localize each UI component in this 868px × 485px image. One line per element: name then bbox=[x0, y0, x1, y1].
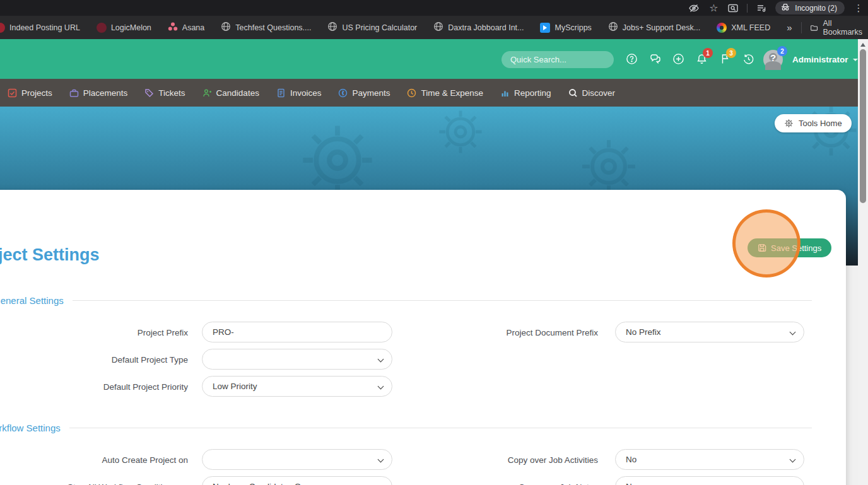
nav-item-tickets[interactable]: Tickets bbox=[144, 88, 185, 98]
history-icon[interactable] bbox=[742, 53, 754, 65]
module-nav: Projects Placements Tickets Candidates I… bbox=[0, 79, 858, 107]
label-auto-create-project-on: Auto Create Project on bbox=[25, 455, 188, 465]
quick-search-input[interactable] bbox=[501, 51, 614, 68]
default-project-priority-select[interactable]: Low Priority bbox=[202, 376, 392, 397]
bookmarks-divider bbox=[801, 22, 802, 33]
globe-favicon bbox=[433, 21, 443, 34]
label-stop-workflow-conditions: Stop All Workflow Conditions on bbox=[25, 482, 188, 485]
section-divider bbox=[73, 300, 812, 301]
project-document-prefix-select[interactable]: No Prefix bbox=[615, 322, 804, 342]
folder-icon bbox=[810, 23, 818, 33]
bookmark-techfest[interactable]: Techfest Questions.... bbox=[221, 21, 311, 34]
label-default-project-priority: Default Project Priority bbox=[25, 382, 188, 392]
search-icon bbox=[568, 88, 578, 98]
bookmarks-overflow-chevron[interactable]: » bbox=[787, 22, 792, 33]
toolbar-divider bbox=[747, 4, 748, 13]
add-icon[interactable] bbox=[672, 53, 684, 65]
rss-favicon bbox=[717, 23, 727, 33]
project-prefix-input[interactable] bbox=[202, 322, 392, 342]
copy-over-job-notes-select[interactable]: No bbox=[615, 476, 804, 485]
bookmark-star-icon[interactable]: ☆ bbox=[708, 3, 719, 14]
briefcase-icon bbox=[69, 88, 79, 98]
nav-item-placements[interactable]: Placements bbox=[69, 88, 128, 98]
tools-home-button[interactable]: Tools Home bbox=[775, 114, 852, 132]
nav-item-time-expense[interactable]: Time & Expense bbox=[407, 88, 483, 98]
notification-badge: 1 bbox=[703, 48, 713, 58]
auto-create-project-on-select[interactable] bbox=[202, 449, 392, 470]
chevron-down-icon bbox=[378, 356, 384, 363]
nav-item-discover[interactable]: Discover bbox=[568, 88, 616, 98]
chevron-down-icon bbox=[378, 457, 384, 463]
reading-list-icon[interactable] bbox=[756, 3, 767, 14]
default-project-type-select[interactable] bbox=[202, 349, 392, 370]
label-project-document-prefix: Project Document Prefix bbox=[435, 328, 598, 337]
globe-favicon bbox=[608, 21, 618, 34]
bookmark-jobs-support[interactable]: Jobs+ Support Desk... bbox=[608, 21, 700, 34]
avatar[interactable]: ? 2 bbox=[763, 50, 783, 69]
bookmark-indeed[interactable]: Indeed Posting URL bbox=[0, 23, 80, 33]
chevron-down-icon bbox=[790, 457, 796, 463]
indeed-favicon bbox=[0, 23, 5, 33]
label-copy-over-job-activities: Copy over Job Activities bbox=[435, 455, 598, 465]
bookmark-myscripps[interactable]: MyScripps bbox=[540, 23, 591, 33]
browser-menu-icon[interactable]: ⋮ bbox=[853, 3, 864, 14]
label-project-prefix: Project Prefix bbox=[25, 328, 188, 337]
clock-icon bbox=[407, 88, 416, 98]
nav-item-reporting[interactable]: Reporting bbox=[500, 88, 551, 98]
myscripps-favicon bbox=[540, 23, 550, 33]
page-title: Project Settings bbox=[0, 245, 100, 265]
bookmark-us-pricing[interactable]: US Pricing Calculator bbox=[327, 21, 417, 34]
incognito-badge[interactable]: Incognito (2) bbox=[775, 1, 845, 15]
nav-item-payments[interactable]: Payments bbox=[338, 88, 390, 98]
chat-icon[interactable] bbox=[649, 53, 661, 65]
gear-icon bbox=[784, 119, 794, 128]
chevron-down-icon bbox=[790, 329, 796, 336]
bookmark-daxtra[interactable]: Daxtra Jobboard Int... bbox=[433, 21, 524, 34]
scrollbar-up-arrow[interactable] bbox=[860, 43, 865, 47]
asana-favicon bbox=[168, 21, 178, 34]
chevron-down-icon bbox=[378, 383, 384, 390]
label-copy-over-job-notes: Copy over Job Notes bbox=[435, 482, 598, 485]
nav-item-projects[interactable]: Projects bbox=[8, 88, 52, 98]
globe-favicon bbox=[327, 21, 337, 34]
nav-item-invoices[interactable]: Invoices bbox=[276, 88, 322, 98]
coin-icon bbox=[338, 88, 348, 98]
user-name: Administrator bbox=[792, 55, 848, 64]
screen: ☆ Incognito (2) bbox=[0, 0, 868, 485]
save-icon bbox=[758, 243, 766, 252]
document-icon bbox=[276, 88, 286, 98]
bookmark-xml-feed[interactable]: XML FEED bbox=[717, 23, 770, 33]
section-workflow-settings: Workflow Settings bbox=[0, 423, 812, 433]
bookmark-logicmelon[interactable]: LogicMelon bbox=[97, 23, 151, 33]
nav-item-candidates[interactable]: Candidates bbox=[202, 88, 259, 98]
checkbox-icon bbox=[8, 88, 17, 98]
vertical-scrollbar[interactable] bbox=[858, 39, 868, 485]
save-settings-button[interactable]: Save Settings bbox=[748, 238, 831, 257]
scrollbar-thumb[interactable] bbox=[860, 49, 866, 203]
section-title: Workflow Settings bbox=[0, 423, 61, 433]
bookmark-asana[interactable]: Asana bbox=[168, 21, 204, 34]
notifications-bell-icon[interactable]: 1 bbox=[696, 53, 708, 65]
bookmarks-bar: Indeed Posting URL LogicMelon Asana Tech… bbox=[0, 16, 868, 39]
section-divider bbox=[69, 428, 812, 428]
help-icon[interactable] bbox=[626, 53, 638, 65]
avatar-badge: 2 bbox=[777, 46, 787, 56]
browser-titlebar: ☆ Incognito (2) bbox=[0, 0, 868, 16]
stop-workflow-conditions-select[interactable]: No, keep Candidates Open bbox=[202, 476, 392, 485]
bar-chart-icon bbox=[500, 88, 510, 98]
tools-home-label: Tools Home bbox=[799, 119, 842, 128]
all-bookmarks-button[interactable]: All Bookmarks bbox=[810, 19, 864, 37]
label-default-project-type: Default Project Type bbox=[25, 355, 188, 365]
ticket-icon bbox=[144, 88, 154, 98]
person-icon bbox=[202, 88, 212, 98]
flag-icon[interactable]: 3 bbox=[719, 53, 731, 65]
section-general-settings: General Settings bbox=[0, 295, 812, 306]
flag-badge: 3 bbox=[726, 48, 736, 58]
incognito-icon bbox=[780, 2, 790, 14]
logicmelon-favicon bbox=[97, 23, 107, 33]
tab-search-icon[interactable] bbox=[727, 3, 739, 14]
copy-over-job-activities-select[interactable]: No bbox=[615, 449, 804, 470]
user-menu[interactable]: Administrator bbox=[792, 55, 858, 64]
incognito-label: Incognito (2) bbox=[795, 4, 837, 13]
eye-off-icon[interactable] bbox=[688, 3, 700, 14]
